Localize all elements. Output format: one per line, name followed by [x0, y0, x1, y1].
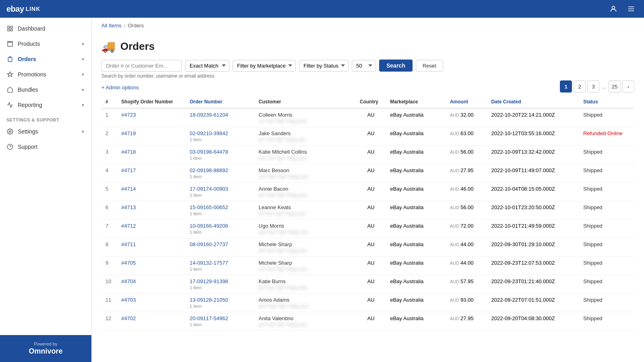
- shopify-order-link[interactable]: #4712: [121, 223, 136, 229]
- order-number-link[interactable]: 08-09160-27737: [190, 241, 228, 247]
- chevron-down-icon: ▼: [81, 72, 85, 77]
- sidebar-item-dashboard[interactable]: Dashboard: [0, 21, 91, 36]
- breadcrumb-parent[interactable]: All Items: [101, 23, 122, 29]
- order-number-link[interactable]: 14-09132-17577: [190, 260, 228, 266]
- shopify-order-link[interactable]: #4704: [121, 278, 136, 284]
- customer-email: am***ad***@***ebay.com: [259, 304, 352, 309]
- order-number-link[interactable]: 10-09166-49206: [190, 223, 228, 229]
- country: AU: [356, 201, 386, 220]
- amount-currency: AUD: [450, 150, 460, 154]
- shopify-order-link[interactable]: #4705: [121, 260, 136, 266]
- sidebar-item-settings[interactable]: Settings ▼: [0, 124, 91, 139]
- filter-hint: Search by order number, username or emai…: [101, 73, 634, 79]
- amount: AUD 27.95: [446, 312, 487, 331]
- marketplace: eBay Australia: [386, 164, 446, 183]
- status-select[interactable]: Filter by Status Shipped Refunded Pendin…: [299, 60, 349, 72]
- order-status: Shipped: [579, 108, 634, 127]
- customer-cell: Amos Adams am***ad***@***ebay.com: [255, 294, 356, 312]
- item-count: 1 item: [190, 137, 250, 142]
- col-header-status[interactable]: Status: [579, 96, 634, 108]
- row-num: 11: [101, 294, 117, 312]
- promotions-icon: [6, 71, 14, 78]
- chevron-down-icon: ▼: [81, 42, 85, 46]
- search-input[interactable]: [101, 60, 182, 72]
- sidebar-item-reporting[interactable]: Reporting ▼: [0, 97, 91, 113]
- sidebar-item-support[interactable]: Support: [0, 139, 91, 154]
- marketplace: eBay Australia: [386, 183, 446, 201]
- order-number: 18-09239-61204: [186, 108, 254, 127]
- order-number-link[interactable]: 02-09210-39842: [190, 130, 228, 136]
- order-number-link[interactable]: 03-09198-64478: [190, 149, 228, 155]
- chevron-down-icon: ▼: [81, 88, 85, 92]
- date-created: 2022-09-30T01:29:10.000Z: [487, 238, 579, 257]
- sidebar-item-orders[interactable]: Orders ▼: [0, 51, 91, 67]
- shopify-order-link[interactable]: #4718: [121, 149, 136, 155]
- order-number: 02-09210-39842 1 item: [186, 127, 254, 146]
- page-title-row: 🚚 Orders: [101, 40, 634, 53]
- shopify-order-link[interactable]: #4723: [121, 112, 136, 118]
- sidebar-item-promotions[interactable]: Promotions ▼: [0, 67, 91, 82]
- page-btn-2[interactable]: 2: [574, 80, 586, 93]
- shopify-order-link[interactable]: #4719: [121, 130, 136, 136]
- shopify-order-link[interactable]: #4702: [121, 315, 136, 321]
- customer-name: Annie Bacon: [259, 186, 352, 192]
- shopify-order-link[interactable]: #4714: [121, 186, 136, 192]
- customer-cell: Annie Bacon an***ba***@***ebay.com: [255, 183, 356, 201]
- shopify-order-link[interactable]: #4703: [121, 297, 136, 303]
- filters-row: Exact Match Fuzzy Match Filter by Market…: [101, 60, 634, 72]
- search-button[interactable]: Search: [379, 60, 413, 72]
- sidebar-item-bundles[interactable]: Bundles ▼: [0, 82, 91, 97]
- order-number-link[interactable]: 18-09239-61204: [190, 112, 228, 118]
- chevron-down-icon: ▼: [81, 103, 85, 107]
- user-icon[interactable]: [607, 2, 620, 15]
- reset-button[interactable]: Reset: [416, 60, 443, 72]
- sidebar-item-products[interactable]: Products ▼: [0, 36, 91, 51]
- customer-name: Colleen Morris: [259, 112, 352, 118]
- customer-email: ka***bu***@***ebay.com: [259, 285, 352, 290]
- customer-cell: Jake Sanders ja***sa***@***ebay.com: [255, 127, 356, 146]
- col-header-amount[interactable]: Amount: [446, 96, 487, 108]
- page-btn-25[interactable]: 25: [609, 80, 621, 93]
- amount-currency: AUD: [450, 205, 460, 210]
- shopify-order-link[interactable]: #4711: [121, 241, 136, 247]
- marketplace-select[interactable]: Filter by Marketplace eBay Australia eBa…: [233, 60, 296, 72]
- table-row: 10 #4704 17-09129-91398 1 item Katie Bur…: [101, 275, 634, 294]
- col-header-date[interactable]: Date Created: [487, 96, 579, 108]
- country: AU: [356, 164, 386, 183]
- order-number-link[interactable]: 15-09165-00652: [190, 204, 228, 210]
- marketplace: eBay Australia: [386, 238, 446, 257]
- order-number-link[interactable]: 20-09117-54962: [190, 315, 228, 321]
- country: AU: [356, 294, 386, 312]
- truck-icon: 🚚: [101, 40, 116, 53]
- page-next-btn[interactable]: ›: [622, 80, 634, 93]
- order-number-link[interactable]: 13-09128-21050: [190, 297, 228, 303]
- country: AU: [356, 220, 386, 238]
- page-btn-3[interactable]: 3: [587, 80, 599, 93]
- order-status: Refunded Online: [579, 127, 634, 146]
- amount: AUD 44.00: [446, 257, 487, 275]
- per-page-select[interactable]: 10 25 50 100: [352, 60, 376, 72]
- table-row: 2 #4719 02-09210-39842 1 item Jake Sande…: [101, 127, 634, 146]
- marketplace: eBay Australia: [386, 201, 446, 220]
- col-header-order[interactable]: Order Number: [186, 96, 254, 108]
- shopify-order-number: #4718: [117, 146, 186, 164]
- shopify-order-link[interactable]: #4717: [121, 167, 136, 173]
- order-number-link[interactable]: 17-09129-91398: [190, 278, 228, 284]
- order-number-link[interactable]: 02-09198-88892: [190, 167, 228, 173]
- row-num: 9: [101, 257, 117, 275]
- shopify-order-link[interactable]: #4713: [121, 204, 136, 210]
- row-num: 1: [101, 108, 117, 127]
- marketplace: eBay Australia: [386, 312, 446, 331]
- table-row: 5 #4714 17-09174-00903 1 item Annie Baco…: [101, 183, 634, 201]
- match-type-select[interactable]: Exact Match Fuzzy Match: [185, 60, 229, 72]
- page-btn-1[interactable]: 1: [560, 80, 572, 93]
- breadcrumb: All Items / Orders: [92, 18, 644, 29]
- sidebar-item-label: Orders: [18, 56, 36, 62]
- menu-icon[interactable]: [625, 2, 638, 15]
- date-created: 2022-10-04T08:15:05.000Z: [487, 183, 579, 201]
- item-count: 1 item: [190, 174, 250, 179]
- order-status: Shipped: [579, 183, 634, 201]
- order-number-link[interactable]: 17-09174-00903: [190, 186, 228, 192]
- country: AU: [356, 312, 386, 331]
- admin-options-toggle[interactable]: + Admin options: [101, 84, 139, 90]
